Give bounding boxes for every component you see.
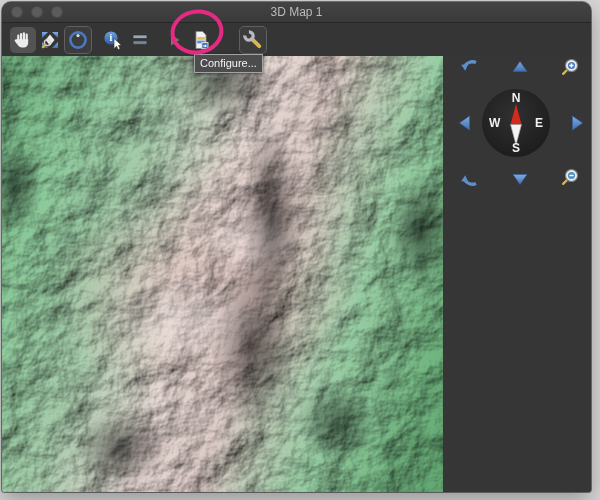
- toolbar: i: [2, 23, 591, 56]
- zoom-in-button[interactable]: [559, 56, 583, 80]
- window-title: 3D Map 1: [2, 2, 591, 22]
- zoom-extents-icon: [38, 28, 62, 52]
- navigation-panel: N E S W: [443, 56, 591, 492]
- arrow-up-icon: [508, 56, 532, 80]
- pan-left-button[interactable]: [454, 111, 478, 135]
- hand-icon: [11, 28, 35, 52]
- zoom-out-button[interactable]: [559, 166, 583, 190]
- compass-west-label: W: [489, 116, 500, 130]
- layer-bars-icon: [128, 28, 152, 52]
- arrow-right-icon: [564, 111, 588, 135]
- configure-tool[interactable]: [239, 26, 267, 54]
- tilt-up-button[interactable]: [508, 56, 532, 80]
- compass-north-label: N: [512, 91, 521, 105]
- zoom-out-icon: [559, 166, 583, 190]
- rotate-ccw-button[interactable]: [458, 56, 482, 80]
- tooltip: Configure...: [194, 54, 263, 73]
- rotate-cw-icon: [459, 167, 481, 189]
- svg-text:i: i: [110, 32, 113, 43]
- pan-tool[interactable]: [10, 27, 36, 53]
- trackball-tool[interactable]: [64, 26, 92, 54]
- content-area: N E S W: [2, 56, 591, 492]
- info-tool[interactable]: i: [100, 27, 126, 53]
- arrow-left-icon: [454, 111, 478, 135]
- zoom-in-icon: [559, 56, 583, 80]
- rotate-ccw-icon: [459, 57, 481, 79]
- play-icon: [162, 28, 186, 52]
- play-button[interactable]: [161, 27, 187, 53]
- zoom-extents-tool[interactable]: [37, 27, 63, 53]
- wrench-icon: [241, 28, 265, 52]
- info-cursor-icon: i: [101, 28, 125, 52]
- map-3d-view[interactable]: [2, 56, 443, 492]
- compass[interactable]: N E S W: [482, 89, 550, 157]
- compass-south-label: S: [512, 141, 520, 155]
- app-window: 3D Map 1: [2, 2, 591, 492]
- export-tool[interactable]: [188, 27, 214, 53]
- document-export-icon: [189, 28, 213, 52]
- titlebar: 3D Map 1: [2, 2, 591, 23]
- trackball-icon: [66, 28, 90, 52]
- tilt-down-button[interactable]: [508, 166, 532, 190]
- pan-right-button[interactable]: [564, 111, 588, 135]
- terrain-snow-highlight: [2, 56, 443, 492]
- arrow-down-icon: [508, 166, 532, 190]
- rotate-cw-button[interactable]: [458, 166, 482, 190]
- section-tool[interactable]: [127, 27, 153, 53]
- compass-east-label: E: [535, 116, 543, 130]
